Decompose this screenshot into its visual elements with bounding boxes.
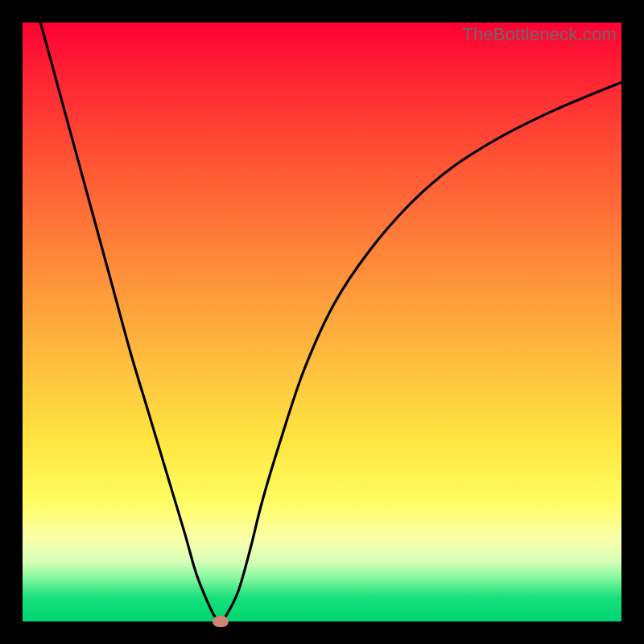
chart-frame: TheBottleneck.com	[0, 0, 644, 644]
plot-area: TheBottleneck.com	[23, 23, 621, 621]
watermark-text: TheBottleneck.com	[462, 24, 617, 45]
bottleneck-curve	[23, 23, 621, 621]
optimum-marker	[213, 616, 229, 627]
